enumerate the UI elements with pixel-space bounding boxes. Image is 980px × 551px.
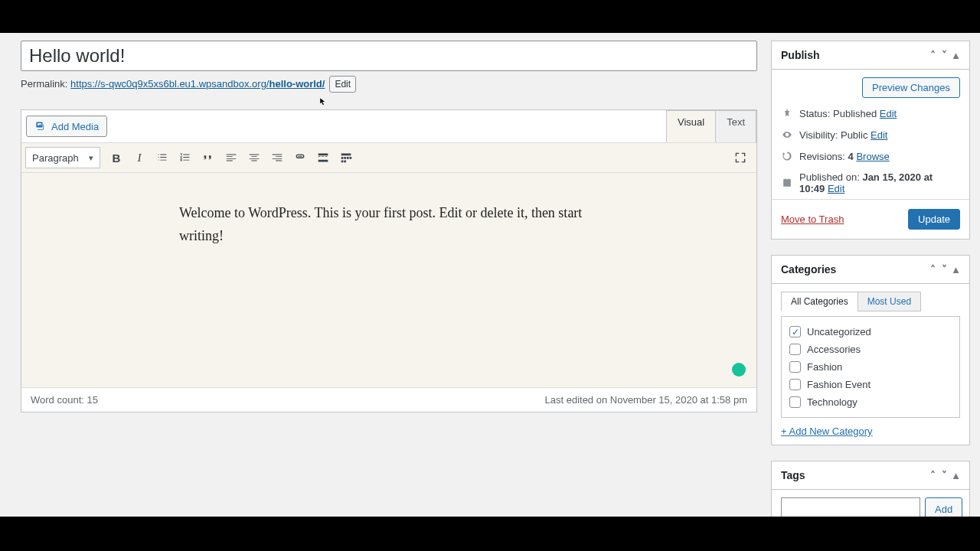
category-item[interactable]: ✓Uncategorized [789,323,952,341]
italic-button[interactable]: I [128,146,151,169]
category-item[interactable]: Fashion Event [789,376,952,393]
checkbox-icon[interactable] [789,396,801,408]
add-new-category[interactable]: + Add New Category [781,425,873,437]
post-title-input[interactable] [21,41,757,71]
permalink-edit-button[interactable]: Edit [329,76,356,93]
panel-down-icon[interactable]: ˅ [940,263,949,276]
status-row: Status: Published Edit [772,103,969,124]
panel-collapse-icon[interactable]: ▴ [952,49,960,61]
visibility-edit[interactable]: Edit [871,129,887,141]
media-icon [34,120,47,132]
category-item[interactable]: Accessories [789,341,952,358]
quote-button[interactable] [197,146,220,169]
editor-content[interactable]: Welcome to WordPress. This is your first… [21,173,756,387]
grammarly-icon [732,363,746,377]
update-button[interactable]: Update [908,209,960,230]
toolbar-toggle-button[interactable] [335,146,358,169]
bold-button[interactable]: B [105,146,128,169]
eye-icon [781,129,793,141]
revisions-row: Revisions: 4 Browse [772,145,969,167]
panel-up-icon[interactable]: ˄ [929,49,937,61]
panel-down-icon[interactable]: ˅ [940,49,949,61]
panel-up-icon[interactable]: ˄ [929,469,937,481]
visibility-row: Visibility: Public Edit [772,124,969,145]
checkbox-icon[interactable] [789,344,801,355]
checkbox-icon[interactable] [789,379,801,390]
permalink-label: Permalink: [21,77,67,93]
published-on-edit[interactable]: Edit [828,183,844,194]
published-on-row: Published on: Jan 15, 2020 at 10:49 Edit [772,167,969,199]
tab-most-used[interactable]: Most Used [858,292,921,311]
tag-input[interactable] [781,497,920,517]
panel-down-icon[interactable]: ˅ [940,469,949,481]
panel-up-icon[interactable]: ˄ [929,263,937,276]
preview-changes-button[interactable]: Preview Changes [862,77,960,98]
align-right-button[interactable] [266,146,289,169]
editor-footer: Word count: 15 Last edited on November 1… [21,387,756,412]
permalink-row: Permalink: https://s-qwc0q9x5xs6bl.eu1.w… [21,76,757,93]
checkbox-icon[interactable]: ✓ [789,326,801,337]
category-item[interactable]: Fashion [789,358,952,376]
checkbox-icon[interactable] [789,361,801,373]
add-media-button[interactable]: Add Media [26,116,107,137]
editor-toolbar: Paragraph B I [21,142,756,173]
publish-panel: Publish ˄ ˅ ▴ Preview Changes Status: Pu… [771,41,970,240]
link-button[interactable] [289,146,312,169]
number-list-button[interactable] [174,146,197,169]
categories-panel: Categories ˄ ˅ ▴ All Categories Most Use… [771,255,970,445]
permalink-link[interactable]: https://s-qwc0q9x5xs6bl.eu1.wpsandbox.or… [70,77,325,93]
revisions-browse[interactable]: Browse [856,151,889,162]
revision-icon [781,150,793,162]
panel-collapse-icon[interactable]: ▴ [952,263,960,276]
tab-all-categories[interactable]: All Categories [781,292,858,311]
calendar-icon [781,177,793,189]
category-item[interactable]: Technology [789,393,952,411]
status-edit[interactable]: Edit [880,108,897,119]
bullet-list-button[interactable] [151,146,174,169]
cursor-icon [319,97,328,106]
editor-container: Add Media Visual Text Paragraph B I [21,109,757,412]
align-left-button[interactable] [220,146,243,169]
align-center-button[interactable] [243,146,266,169]
add-tag-button[interactable]: Add [925,497,962,517]
move-to-trash[interactable]: Move to Trash [781,214,844,225]
fullscreen-button[interactable] [729,146,752,169]
format-select[interactable]: Paragraph [25,147,100,168]
tags-panel: Tags ˄ ˅ ▴ Add [771,461,970,517]
readmore-button[interactable] [312,146,335,169]
tab-text[interactable]: Text [716,110,756,142]
tab-visual[interactable]: Visual [666,110,716,142]
pin-icon [781,107,793,119]
publish-title: Publish [781,49,820,61]
panel-collapse-icon[interactable]: ▴ [952,469,960,481]
